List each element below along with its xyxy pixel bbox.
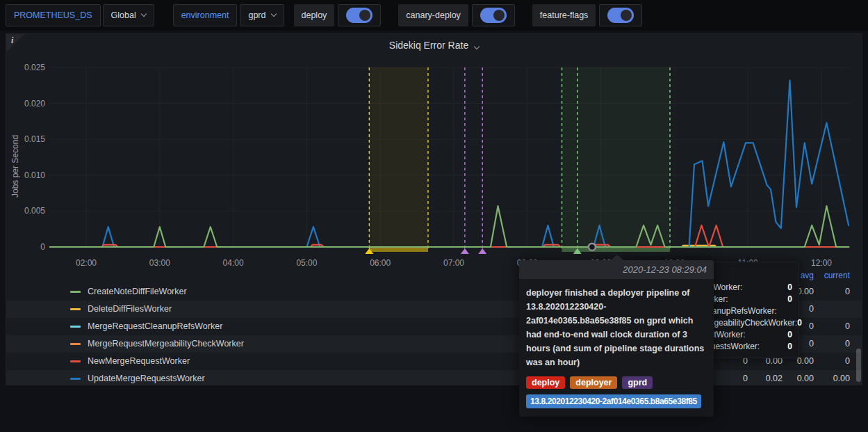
hover-series-value: 0	[787, 330, 792, 339]
annotation-text: deployer finished a deployer pipeline of…	[526, 286, 707, 369]
hover-series-value: 0	[787, 282, 792, 292]
x-tick-label: 05:00	[289, 258, 324, 268]
x-tick-label: 04:00	[216, 258, 251, 268]
x-tick-label: 07:00	[436, 258, 471, 268]
chevron-down-icon	[140, 11, 146, 17]
annotation-tooltip: 2020-12-23 08:29:04 deployer finished a …	[519, 260, 714, 417]
hover-series-value: 0	[787, 294, 792, 304]
dashboard-screen: PROMETHEUS_DS Global environment gprd de…	[0, 0, 868, 432]
environment-dropdown-value: gprd	[248, 10, 265, 20]
toggle-switch-icon[interactable]	[607, 8, 634, 23]
legend-value: 0.00	[801, 370, 850, 385]
legend-value: 0	[801, 335, 850, 353]
series-color-dash-icon[interactable]	[70, 326, 81, 328]
datasource-button[interactable]: PROMETHEUS_DS	[6, 4, 101, 26]
topbar-toggles: deploycanary-deployfeature-flags	[294, 4, 643, 26]
toggle-group-canary-deploy: canary-deploy	[398, 4, 515, 26]
legend-series-name[interactable]: NewMergeRequestWorker	[88, 353, 190, 370]
x-tick-label: 06:00	[363, 258, 398, 268]
legend-column-header[interactable]: current	[801, 271, 850, 280]
legend-series-name[interactable]: CreateNoteDiffFileWorker	[88, 283, 187, 301]
toggle-knob-icon	[359, 10, 370, 21]
toggle-knob-icon	[493, 10, 505, 21]
annotation-release-tag: 13.8.202012230420-2af014e0365.b8a65e38f8…	[526, 394, 701, 408]
x-tick-label: 03:00	[142, 258, 177, 268]
chart-area[interactable]	[49, 62, 851, 254]
toggle-group-deploy: deploy	[294, 4, 382, 26]
legend-value: 0	[801, 283, 850, 301]
topbar: PROMETHEUS_DS Global environment gprd de…	[0, 0, 868, 31]
chevron-down-icon	[474, 44, 480, 49]
series-color-dash-icon[interactable]	[70, 308, 81, 310]
y-tick-label: 0.015	[6, 134, 45, 144]
datasource-dropdown-value: Global	[111, 10, 136, 20]
annotation-tag: deployer	[570, 376, 617, 389]
y-tick-label: 0.005	[6, 206, 45, 216]
toggle-label-canary-deploy: canary-deploy	[398, 4, 468, 26]
toggle-feature-flags[interactable]	[599, 4, 642, 26]
series-color-dash-icon[interactable]	[70, 343, 81, 345]
panel-title[interactable]: Sidekiq Error Rate	[6, 40, 862, 51]
annotation-tag: deploy	[526, 376, 565, 389]
y-tick-label: 0.025	[6, 63, 45, 72]
legend-row: UpdateMergeRequestsWorker00.020.000.00	[6, 370, 862, 385]
annotation-tag: gprd	[622, 376, 653, 389]
environment-label[interactable]: environment	[173, 4, 238, 26]
series-color-dash-icon[interactable]	[70, 360, 81, 362]
toggle-label-feature-flags: feature-flags	[532, 4, 596, 26]
legend-value: 0	[801, 353, 850, 370]
annotation-body: deployer finished a deployer pipeline of…	[519, 279, 714, 417]
tooltip-caret-icon	[611, 255, 623, 260]
toggle-label-deploy: deploy	[294, 4, 335, 26]
toggle-group-feature-flags: feature-flags	[532, 4, 642, 26]
legend-series-name[interactable]: MergeRequestMergeabilityCheckWorker	[88, 335, 244, 353]
toggle-switch-icon[interactable]	[346, 8, 372, 23]
series-color-dash-icon[interactable]	[70, 378, 81, 380]
legend-value: 0	[801, 318, 850, 335]
legend-series-name[interactable]: MergeRequestCleanupRefsWorker	[88, 318, 222, 335]
series-color-dash-icon[interactable]	[70, 291, 81, 293]
annotation-tags: deploydeployergprd	[526, 376, 707, 389]
y-tick-label: 0.020	[6, 99, 45, 109]
panel-title-text: Sidekiq Error Rate	[389, 40, 468, 51]
y-tick-label: 0.010	[6, 170, 45, 180]
toggle-switch-icon[interactable]	[480, 8, 507, 23]
legend-scrollbar[interactable]	[856, 349, 861, 382]
legend-series-name[interactable]: UpdateMergeRequestsWorker	[88, 370, 205, 385]
legend-series-name[interactable]: DeleteDiffFilesWorker	[88, 301, 172, 318]
chart-svg	[49, 62, 851, 254]
hover-series-value: 0	[797, 318, 802, 328]
hover-series-value: 0	[787, 342, 792, 351]
y-tick-label: 0	[6, 242, 45, 252]
chevron-down-icon	[270, 11, 276, 17]
x-tick-label: 12:00	[804, 258, 839, 268]
annotation-timestamp: 2020-12-23 08:29:04	[519, 260, 714, 279]
toggle-deploy[interactable]	[338, 4, 381, 26]
environment-dropdown[interactable]: gprd	[240, 4, 284, 26]
x-tick-label: 02:00	[69, 258, 104, 268]
datasource-dropdown[interactable]: Global	[103, 4, 154, 26]
toggle-canary-deploy[interactable]	[472, 4, 515, 26]
toggle-knob-icon	[621, 10, 632, 21]
